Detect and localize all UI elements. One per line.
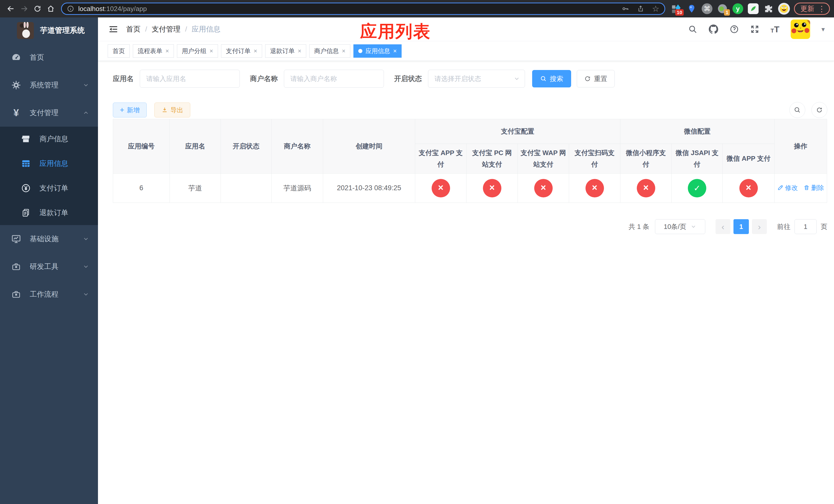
extension-emoji-icon[interactable]: [778, 3, 790, 15]
cell-app-name: 芋道: [170, 174, 221, 203]
extension-green-icon[interactable]: y: [732, 3, 744, 15]
close-icon[interactable]: ×: [393, 47, 397, 54]
sidebar-item-label: 支付订单: [40, 183, 68, 193]
sidebar-item-system[interactable]: 系统管理: [0, 71, 98, 99]
plus-icon: +: [120, 106, 124, 114]
breadcrumb-separator: /: [185, 25, 187, 33]
user-avatar[interactable]: [791, 20, 810, 39]
chevron-down-icon: [83, 263, 89, 270]
tab-app-info[interactable]: 应用信息×: [353, 44, 402, 58]
col-alipay-qr: 支付宝扫码支付: [569, 144, 620, 174]
browser-reload-icon[interactable]: [31, 2, 44, 15]
fullscreen-icon[interactable]: [750, 25, 760, 34]
page-number-button[interactable]: 1: [733, 219, 749, 234]
password-key-icon[interactable]: [622, 5, 629, 13]
refresh-button[interactable]: [811, 102, 827, 118]
tab-home[interactable]: 首页: [108, 44, 130, 58]
help-icon[interactable]: [730, 25, 739, 34]
chevron-down-icon: [83, 82, 89, 88]
trash-icon: [804, 185, 810, 191]
chevron-down-icon: [513, 75, 520, 82]
filter-form: 应用名 商户名称 开启状态 请选择开启状态 搜索 重置: [113, 70, 827, 88]
search-icon[interactable]: [688, 25, 697, 34]
download-icon: [161, 107, 168, 113]
prev-page-button[interactable]: ‹: [716, 219, 730, 234]
extensions-puzzle-icon[interactable]: [763, 3, 774, 15]
sidebar-item-label: 商户信息: [40, 134, 68, 144]
export-button[interactable]: 导出: [154, 102, 190, 117]
close-icon[interactable]: ×: [298, 47, 301, 54]
status-label: 开启状态: [394, 74, 422, 83]
app-table: 应用编号 应用名 开启状态 商户名称 创建时间 支付宝配置 微信配置 操作 支付…: [113, 119, 827, 203]
add-button[interactable]: + 新增: [113, 102, 147, 117]
col-group-alipay: 支付宝配置: [415, 119, 620, 144]
browser-menu-icon[interactable]: ⋮: [818, 4, 826, 13]
goto-page-input[interactable]: [794, 219, 816, 234]
sidebar-item-label: 工作流程: [30, 290, 59, 299]
tab-process-form[interactable]: 流程表单×: [133, 44, 174, 58]
app-name-input[interactable]: [140, 70, 240, 88]
extension-command-icon[interactable]: ⌘: [701, 3, 713, 15]
close-icon[interactable]: ×: [166, 47, 169, 54]
extension-diamond-icon[interactable]: 10: [671, 3, 682, 15]
cell-wechat-jsapi: [672, 174, 723, 203]
delete-link[interactable]: 删除: [804, 184, 824, 192]
sidebar-item-refund-orders[interactable]: 退款订单: [0, 201, 98, 225]
extension-leaf-icon[interactable]: [747, 3, 759, 15]
sidebar-fold-icon[interactable]: [107, 23, 119, 36]
font-size-icon[interactable]: TT: [771, 25, 780, 33]
merchant-name-input[interactable]: [284, 70, 384, 88]
show-search-button[interactable]: [789, 102, 805, 118]
status-badge: [739, 179, 758, 198]
sidebar-item-payment[interactable]: ¥ 支付管理: [0, 99, 98, 127]
col-actions: 操作: [774, 119, 827, 174]
address-bar[interactable]: localhost:1024/pay/app ☆: [61, 3, 665, 15]
avatar-caret-icon[interactable]: ▾: [821, 25, 825, 33]
extension-pin-icon[interactable]: [686, 3, 698, 15]
sidebar-item-infrastructure[interactable]: 基础设施: [0, 225, 98, 253]
search-icon: [794, 107, 801, 114]
site-info-icon[interactable]: [67, 5, 74, 12]
tab-user-group[interactable]: 用户分组×: [177, 44, 218, 58]
url-text: localhost:1024/pay/app: [78, 5, 622, 13]
close-icon[interactable]: ×: [210, 47, 213, 54]
sidebar-item-home[interactable]: 首页: [0, 44, 98, 71]
sidebar-logo[interactable]: 芋道管理系统: [0, 18, 98, 44]
tab-refund-orders[interactable]: 退款订单×: [265, 44, 306, 58]
chevron-down-icon: [83, 235, 89, 242]
share-icon[interactable]: [637, 5, 644, 12]
sidebar-item-label: 研发工具: [30, 262, 59, 272]
breadcrumb-home[interactable]: 首页: [126, 24, 140, 34]
close-icon[interactable]: ×: [342, 47, 346, 54]
extension-circle-icon[interactable]: 1: [717, 3, 728, 15]
sidebar-item-app-info[interactable]: 应用信息: [0, 151, 98, 176]
browser-forward-icon[interactable]: [18, 2, 31, 15]
tab-merchant-info[interactable]: 商户信息×: [309, 44, 350, 58]
storefront-icon: [20, 133, 32, 145]
close-icon[interactable]: ×: [254, 47, 257, 54]
col-create-time: 创建时间: [323, 119, 415, 174]
col-wechat-jsapi: 微信 JSAPI 支付: [672, 144, 723, 174]
search-button[interactable]: 搜索: [532, 70, 571, 87]
github-icon[interactable]: [708, 24, 718, 34]
page-size-select[interactable]: 10条/页: [655, 219, 705, 234]
status-select[interactable]: 请选择开启状态: [428, 70, 525, 88]
breadcrumb-separator: /: [145, 25, 147, 33]
breadcrumb-current: 应用信息: [192, 24, 221, 34]
browser-back-icon[interactable]: [4, 2, 18, 15]
sidebar-menu: 首页 系统管理 ¥ 支付管理 商户信息: [0, 44, 98, 504]
browser-update-button[interactable]: 更新 ⋮: [794, 3, 830, 15]
tab-pay-orders[interactable]: 支付订单×: [221, 44, 262, 58]
bookmark-star-icon[interactable]: ☆: [652, 5, 659, 13]
breadcrumb-payment[interactable]: 支付管理: [152, 24, 180, 34]
reset-button[interactable]: 重置: [577, 70, 615, 87]
edit-link[interactable]: 修改: [777, 184, 798, 192]
sidebar-item-merchant-info[interactable]: 商户信息: [0, 127, 98, 151]
sidebar-item-workflow[interactable]: 工作流程: [0, 280, 98, 308]
refresh-icon: [816, 107, 823, 114]
extensions-area: 10 ⌘ 1 y: [669, 3, 791, 15]
sidebar-item-dev-tools[interactable]: 研发工具: [0, 253, 98, 280]
next-page-button[interactable]: ›: [752, 219, 767, 234]
sidebar-item-pay-orders[interactable]: 支付订单: [0, 176, 98, 201]
browser-home-icon[interactable]: [44, 2, 58, 15]
